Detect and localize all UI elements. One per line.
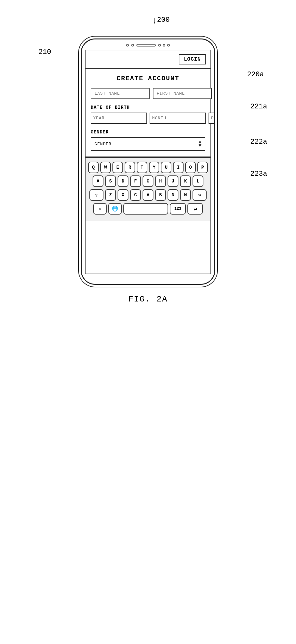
sensor-dot2 (163, 44, 165, 47)
gender-placeholder: GENDER (95, 142, 198, 147)
label-221a: 221a (250, 103, 267, 111)
camera-dot (126, 44, 129, 47)
key-123[interactable]: 123 (170, 203, 186, 215)
key-backspace[interactable]: ⌫ (193, 189, 207, 201)
label-223a: 223a (250, 170, 267, 178)
key-settings[interactable]: ✳ (93, 203, 107, 215)
key-s[interactable]: S (105, 175, 116, 187)
key-b[interactable]: B (155, 189, 166, 201)
first-name-input[interactable] (153, 88, 212, 99)
keyboard-row-1: Q W E R T Y U I O P (88, 162, 208, 173)
gender-select[interactable]: GENDER ▲▼ (91, 137, 205, 151)
key-g[interactable]: G (143, 175, 153, 187)
key-i[interactable]: I (173, 162, 184, 173)
key-a[interactable]: A (93, 175, 103, 187)
key-w[interactable]: W (100, 162, 111, 173)
key-globe[interactable]: 🌐 (108, 203, 122, 215)
key-f[interactable]: F (130, 175, 141, 187)
key-q[interactable]: Q (88, 162, 99, 173)
key-r[interactable]: R (125, 162, 135, 173)
keyboard-row-3: ⇧ Z X C V B N M ⌫ (88, 189, 208, 201)
year-input[interactable] (91, 113, 147, 124)
key-j[interactable]: J (168, 175, 178, 187)
keyboard-area: Q W E R T Y U I O P A S (86, 157, 210, 221)
key-p[interactable]: P (197, 162, 208, 173)
label-220a: 220a (247, 71, 264, 79)
login-button[interactable]: LOGIN (179, 54, 206, 64)
key-n[interactable]: N (168, 189, 178, 201)
sensor-dots (158, 44, 170, 47)
speaker (136, 44, 156, 47)
key-y[interactable]: Y (149, 162, 160, 173)
diagram-area: 200 210 220a 221a 222a 223a (0, 13, 296, 285)
phone-device: LOGIN CREATE ACCOUNT DATE OF BIRTH (81, 38, 215, 285)
last-name-input[interactable] (91, 88, 150, 99)
key-h[interactable]: H (155, 175, 166, 187)
keyboard-row-2: A S D F G H J K L (88, 175, 208, 187)
form-area: CREATE ACCOUNT DATE OF BIRTH GENDER (86, 69, 210, 157)
key-m[interactable]: M (180, 189, 191, 201)
sensor-dot3 (167, 44, 170, 47)
dob-row (91, 113, 205, 124)
dob-label: DATE OF BIRTH (91, 105, 205, 110)
key-x[interactable]: X (118, 189, 128, 201)
label-210: 210 (38, 48, 51, 56)
label-222a: 222a (250, 138, 267, 146)
key-z[interactable]: Z (105, 189, 116, 201)
name-row (91, 88, 205, 99)
screen-header: LOGIN (86, 50, 210, 69)
day-input[interactable] (209, 113, 215, 124)
key-e[interactable]: E (112, 162, 123, 173)
label-200: 200 (157, 16, 170, 24)
figure-caption: FIG. 2A (128, 294, 168, 304)
keyboard-row-4: ✳ 🌐 123 ↵ (88, 203, 208, 215)
key-t[interactable]: T (137, 162, 147, 173)
key-space[interactable] (123, 203, 168, 215)
key-return[interactable]: ↵ (187, 203, 203, 215)
page-wrapper: 200 210 220a 221a 222a 223a (0, 13, 296, 304)
key-v[interactable]: V (143, 189, 153, 201)
camera-dot2 (131, 44, 134, 47)
phone-screen: LOGIN CREATE ACCOUNT DATE OF BIRTH (85, 50, 211, 274)
phone-bottom (82, 274, 214, 284)
phone-top-bar (82, 39, 214, 50)
key-c[interactable]: C (130, 189, 141, 201)
key-o[interactable]: O (185, 162, 196, 173)
form-title: CREATE ACCOUNT (91, 75, 205, 82)
key-u[interactable]: U (161, 162, 171, 173)
key-d[interactable]: D (118, 175, 128, 187)
key-shift[interactable]: ⇧ (89, 189, 103, 201)
sensor-dot1 (158, 44, 161, 47)
key-k[interactable]: K (180, 175, 191, 187)
key-l[interactable]: L (193, 175, 203, 187)
gender-label: GENDER (91, 130, 205, 135)
month-input[interactable] (150, 113, 206, 124)
gender-arrow-icon: ▲▼ (198, 140, 201, 148)
